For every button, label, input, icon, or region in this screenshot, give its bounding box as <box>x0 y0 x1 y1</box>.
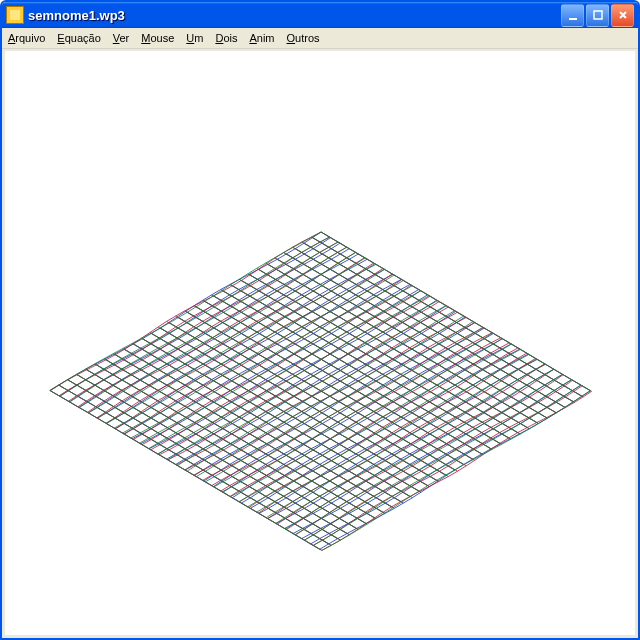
minimize-icon <box>567 9 579 21</box>
maximize-button[interactable] <box>586 4 609 27</box>
app-icon <box>6 6 24 24</box>
menu-dois[interactable]: Dois <box>215 32 237 44</box>
menubar: ArquivoEquaçãoVerMouseUmDoisAnimOutros <box>2 28 638 49</box>
app-window: semnome1.wp3 ArquivoEquaçãoVerMouseUmDoi… <box>0 0 640 640</box>
svg-rect-1 <box>594 11 602 19</box>
titlebar[interactable]: semnome1.wp3 <box>2 2 638 28</box>
menu-anim[interactable]: Anim <box>249 32 274 44</box>
wireframe-plot <box>5 51 635 635</box>
maximize-icon <box>592 9 604 21</box>
minimize-button[interactable] <box>561 4 584 27</box>
close-icon <box>617 9 629 21</box>
menu-equação[interactable]: Equação <box>57 32 100 44</box>
menu-um[interactable]: Um <box>186 32 203 44</box>
plot-canvas[interactable] <box>5 51 635 635</box>
window-buttons <box>561 4 634 27</box>
menu-arquivo[interactable]: Arquivo <box>8 32 45 44</box>
window-title: semnome1.wp3 <box>28 8 561 23</box>
menu-ver[interactable]: Ver <box>113 32 130 44</box>
menu-outros[interactable]: Outros <box>287 32 320 44</box>
svg-rect-0 <box>569 18 577 20</box>
close-button[interactable] <box>611 4 634 27</box>
menu-mouse[interactable]: Mouse <box>141 32 174 44</box>
